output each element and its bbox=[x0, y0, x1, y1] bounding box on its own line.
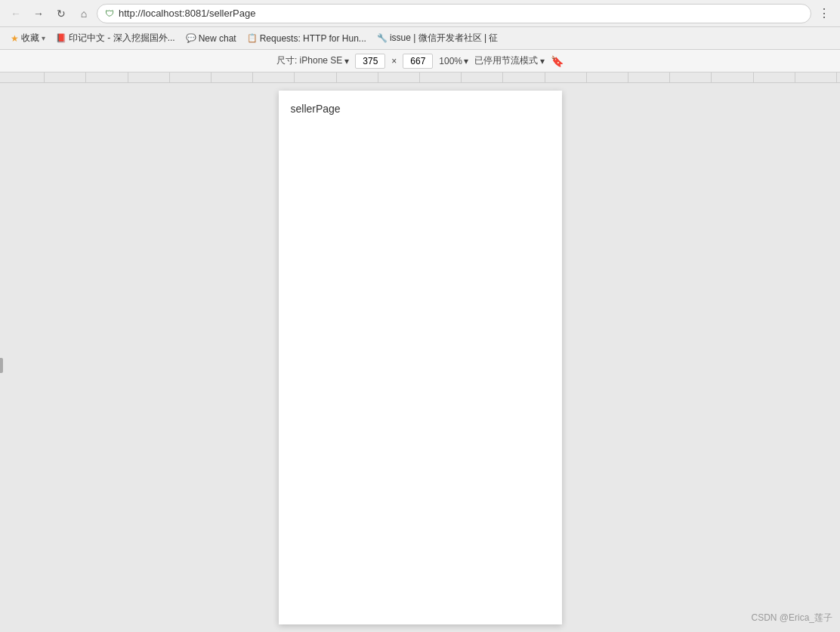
bookmark-yinji-label: 印记中文 - 深入挖掘国外... bbox=[69, 32, 175, 45]
url-text: http://localhost:8081/sellerPage bbox=[119, 8, 803, 19]
bookmark-item-new-chat[interactable]: 💬 New chat bbox=[181, 32, 241, 45]
zoom-selector[interactable]: 100% ▾ bbox=[439, 56, 468, 66]
bookmark-requests-icon: 📋 bbox=[247, 33, 258, 43]
height-input[interactable] bbox=[403, 54, 433, 69]
device-label: 尺寸: iPhone SE bbox=[276, 54, 342, 67]
bookmark-requests-label: Requests: HTTP for Hun... bbox=[260, 33, 366, 44]
bookmark-ruler-icon[interactable]: 🔖 bbox=[551, 55, 564, 67]
browser-window: ← → ↻ ⌂ 🛡 http://localhost:8081/sellerPa… bbox=[0, 0, 840, 632]
watermark-text: CSDN @Erica_莲子 bbox=[751, 612, 832, 623]
back-button[interactable]: ← bbox=[6, 4, 26, 23]
reload-icon: ↻ bbox=[57, 8, 66, 20]
bookmark-new-chat-icon: 💬 bbox=[186, 33, 196, 43]
left-edge-indicator bbox=[0, 358, 3, 373]
browser-topbar: ← → ↻ ⌂ 🛡 http://localhost:8081/sellerPa… bbox=[0, 0, 840, 27]
browser-content: sellerPage bbox=[0, 83, 840, 632]
width-input[interactable] bbox=[355, 54, 385, 69]
ruler-marks bbox=[3, 72, 837, 82]
size-separator: × bbox=[391, 56, 397, 66]
bookmark-yinji-icon: 📕 bbox=[56, 33, 66, 43]
bookmarks-label: 收藏 bbox=[21, 32, 39, 45]
reload-button[interactable]: ↻ bbox=[51, 4, 71, 23]
device-chevron-icon: ▾ bbox=[344, 56, 349, 66]
seller-page-content: sellerPage bbox=[279, 91, 562, 127]
home-icon: ⌂ bbox=[81, 8, 87, 20]
home-button[interactable]: ⌂ bbox=[74, 4, 94, 23]
forward-icon: → bbox=[33, 8, 44, 20]
browser-menu-button[interactable]: ⋮ bbox=[814, 4, 834, 23]
address-bar[interactable]: 🛡 http://localhost:8081/sellerPage bbox=[97, 4, 811, 23]
watermark: CSDN @Erica_莲子 bbox=[751, 612, 832, 624]
menu-dots-icon: ⋮ bbox=[818, 6, 830, 20]
back-icon: ← bbox=[11, 8, 21, 20]
ruler-strip bbox=[0, 72, 840, 83]
device-selector[interactable]: 尺寸: iPhone SE ▾ bbox=[276, 54, 349, 67]
bookmark-item-issue[interactable]: 🔧 issue | 微信开发者社区 | 征 bbox=[372, 30, 503, 46]
device-toolbar: 尺寸: iPhone SE ▾ × 100% ▾ 已停用节流模式 ▾ 🔖 bbox=[0, 50, 840, 72]
power-save-label: 已停用节流模式 bbox=[474, 54, 538, 67]
bookmark-issue-icon: 🔧 bbox=[377, 33, 388, 43]
bookmarks-bar: ★ 收藏 ▾ 📕 印记中文 - 深入挖掘国外... 💬 New chat 📋 R… bbox=[0, 27, 840, 50]
bookmark-new-chat-label: New chat bbox=[199, 33, 236, 44]
star-icon: ★ bbox=[11, 33, 19, 44]
bookmark-item-requests[interactable]: 📋 Requests: HTTP for Hun... bbox=[242, 32, 371, 45]
bookmark-issue-label: issue | 微信开发者社区 | 征 bbox=[390, 32, 499, 45]
security-shield-icon: 🛡 bbox=[105, 8, 114, 19]
bookmark-item-yinji[interactable]: 📕 印记中文 - 深入挖掘国外... bbox=[51, 30, 180, 46]
page-title: sellerPage bbox=[291, 103, 341, 115]
mobile-frame: sellerPage bbox=[279, 91, 562, 624]
bookmarks-chevron-icon: ▾ bbox=[42, 34, 45, 42]
power-save-chevron-icon: ▾ bbox=[540, 56, 545, 66]
forward-button[interactable]: → bbox=[29, 4, 48, 23]
power-save-button[interactable]: 已停用节流模式 ▾ bbox=[474, 54, 545, 67]
zoom-chevron-icon: ▾ bbox=[464, 56, 468, 66]
bookmarks-star[interactable]: ★ 收藏 ▾ bbox=[6, 30, 50, 46]
zoom-label: 100% bbox=[439, 56, 462, 66]
